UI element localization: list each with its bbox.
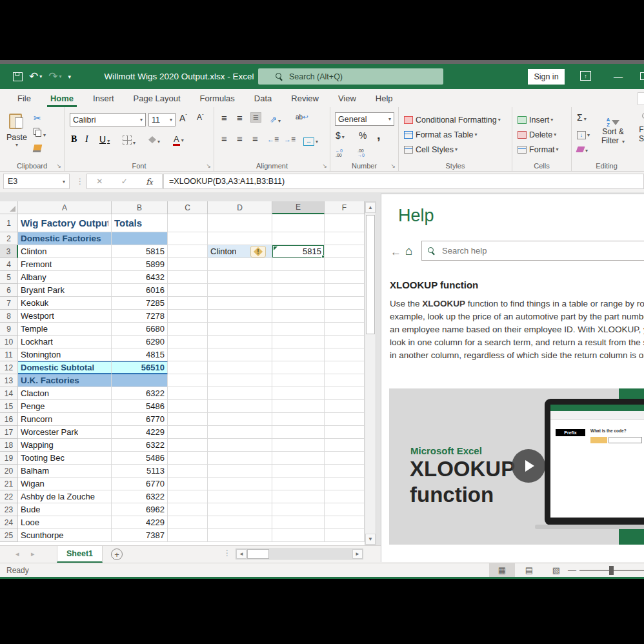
cell-B23[interactable]: 6962 [112,503,168,516]
cell-E19[interactable] [272,452,325,465]
cell-F5[interactable] [325,271,365,284]
cell-B21[interactable]: 6770 [112,478,168,490]
page-break-view-button[interactable]: ▧ [543,563,569,577]
scroll-right-icon[interactable]: ► [352,549,363,559]
zoom-slider-thumb[interactable] [609,566,614,575]
cell-A18[interactable]: Wapping [18,439,112,452]
cell-D23[interactable] [208,503,272,516]
cell-B5[interactable]: 6432 [112,271,168,284]
shrink-font-button[interactable]: Aˇ [197,113,204,122]
font-dialog-launcher-icon[interactable]: ↘ [206,163,211,169]
row-header-11[interactable]: 11 [0,348,18,361]
row-header-16[interactable]: 16 [0,413,18,426]
conditional-formatting-button[interactable]: Conditional Formatting▾ [404,112,501,127]
cell-C13[interactable] [168,374,208,387]
increase-decimal-button[interactable]: ←0.00 [336,148,343,157]
cell-A19[interactable]: Tooting Bec [18,452,112,465]
top-align-button[interactable]: ≡ [219,114,229,123]
row-header-7[interactable]: 7 [0,297,18,310]
row-header-2[interactable]: 2 [0,232,18,245]
cell-A5[interactable]: Albany [18,271,112,284]
cell-B24[interactable]: 4229 [112,516,168,529]
format-painter-button[interactable] [34,143,41,155]
cell-C15[interactable] [168,400,208,413]
zoom-out-button[interactable]: — [568,565,576,575]
insert-function-icon[interactable]: fx [146,177,152,186]
cell-F11[interactable] [325,348,365,361]
cell-F20[interactable] [325,465,365,478]
select-all-corner[interactable] [0,201,18,214]
help-article-heading[interactable]: XLOOKUP function [390,279,478,290]
cell-A4[interactable]: Fremont [18,258,112,271]
cell-B12[interactable]: 56510 [112,361,168,374]
cell-F17[interactable] [325,426,365,439]
row-header-8[interactable]: 8 [0,310,18,323]
cell-E23[interactable] [272,503,325,516]
next-sheet-icon[interactable]: ▸ [31,550,35,558]
tab-formulas[interactable]: Formulas [190,89,245,107]
cell-A11[interactable]: Stonington [18,348,112,361]
help-search-box[interactable] [421,241,644,261]
cell-B20[interactable]: 5113 [112,465,168,478]
cell-C3[interactable] [168,245,208,258]
column-header-d[interactable]: D [208,201,272,214]
cell-E9[interactable] [272,323,325,336]
cell-D14[interactable] [208,387,272,400]
clipboard-dialog-launcher-icon[interactable]: ↘ [56,163,61,169]
play-button[interactable] [512,449,545,483]
row-header-4[interactable]: 4 [0,258,18,271]
cell-C22[interactable] [168,490,208,503]
cell-E7[interactable] [272,297,325,310]
cell-E24[interactable] [272,516,325,529]
cell-A10[interactable]: Lockhart [18,336,112,348]
ribbon-display-options-icon[interactable]: ↑ [580,71,591,81]
cell-F14[interactable] [325,387,365,400]
error-checking-button[interactable]: ! [250,246,266,257]
cell-C7[interactable] [168,297,208,310]
share-button-partial[interactable] [638,92,644,105]
row-header-17[interactable]: 17 [0,426,18,439]
copy-button[interactable]: ▾ [34,128,46,139]
column-header-c[interactable]: C [168,201,208,214]
tab-insert[interactable]: Insert [83,89,124,107]
row-header-22[interactable]: 22 [0,490,18,503]
cell-E10[interactable] [272,336,325,348]
row-header-18[interactable]: 18 [0,439,18,452]
tab-review[interactable]: Review [281,89,328,107]
cell-E11[interactable] [272,348,325,361]
fill-button[interactable]: ↓▾ [577,128,590,139]
bottom-align-button[interactable]: ≡ [250,112,261,123]
cell-D9[interactable] [208,323,272,336]
page-layout-view-button[interactable]: ▤ [516,563,542,577]
cell-A2[interactable]: Domestic Factories [18,232,112,245]
cell-C18[interactable] [168,439,208,452]
maximize-button[interactable] [640,72,644,80]
customize-qat-icon[interactable]: ▾ [65,67,75,86]
cell-C12[interactable] [168,361,208,374]
cell-B4[interactable]: 5899 [112,258,168,271]
cell-C4[interactable] [168,258,208,271]
cell-B6[interactable]: 6016 [112,284,168,297]
cell-A1[interactable]: Wig Factory Output [18,214,112,232]
row-header-20[interactable]: 20 [0,465,18,478]
scroll-left-icon[interactable]: ◄ [236,549,247,559]
number-dialog-launcher-icon[interactable]: ↘ [390,163,396,169]
cell-A3[interactable]: Clinton [18,245,112,258]
sheetbar-splitter[interactable]: ⋮ [223,548,231,558]
cell-F9[interactable] [325,323,365,336]
cell-A14[interactable]: Clacton [18,387,112,400]
cell-C17[interactable] [168,426,208,439]
cell-F23[interactable] [325,503,365,516]
tab-home[interactable]: Home [41,89,83,107]
cell-F24[interactable] [325,516,365,529]
help-home-icon[interactable]: ⌂ [405,244,412,258]
row-header-24[interactable]: 24 [0,516,18,529]
paste-button[interactable]: Paste ▾ [6,112,27,148]
cell-F2[interactable] [325,232,365,245]
cell-C23[interactable] [168,503,208,516]
sign-in-button[interactable]: Sign in [528,69,565,85]
row-header-10[interactable]: 10 [0,336,18,348]
undo-button[interactable]: ↶▾ [26,67,45,86]
cell-D8[interactable] [208,310,272,323]
cell-styles-button[interactable]: Cell Styles▾ [404,142,458,157]
